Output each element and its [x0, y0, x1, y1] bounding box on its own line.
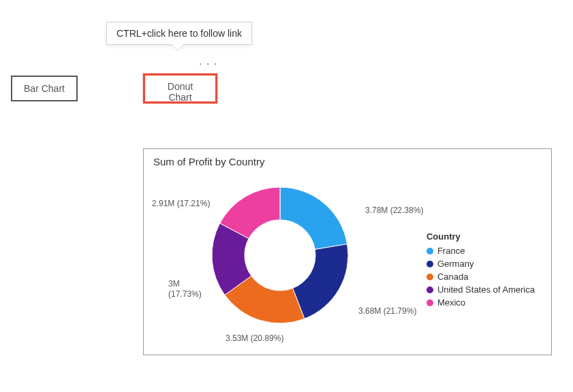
more-options-icon[interactable]: · · ·: [199, 58, 217, 70]
bar-chart-button-label: Bar Chart: [24, 83, 65, 94]
donut-chart-button-label: Donut Chart: [168, 81, 193, 103]
legend-item-canada[interactable]: Canada: [427, 272, 535, 282]
donut-slice[interactable]: [280, 187, 347, 249]
legend-label: Canada: [437, 272, 469, 282]
legend-label: France: [437, 246, 465, 256]
donut-chart: [208, 184, 352, 327]
legend-item-usa[interactable]: United States of America: [427, 284, 535, 295]
legend-label: Germany: [437, 259, 474, 269]
swatch-icon: [427, 261, 433, 267]
swatch-icon: [427, 274, 433, 280]
legend-item-mexico[interactable]: Mexico: [427, 297, 535, 308]
chart-title: Sum of Profit by Country: [144, 149, 551, 172]
data-label-mexico: 2.91M (17.21%): [152, 199, 210, 209]
swatch-icon: [427, 248, 433, 255]
legend-title: Country: [427, 231, 535, 242]
chart-body: 3.78M (22.38%) 3.68M (21.79%) 3.53M (20.…: [144, 172, 551, 353]
legend-label: Mexico: [437, 297, 465, 308]
link-tooltip: CTRL+click here to follow link: [106, 22, 252, 45]
tooltip-text: CTRL+click here to follow link: [117, 28, 242, 39]
chart-legend: Country France Germany Canada United Sta…: [427, 231, 535, 310]
bar-chart-button[interactable]: Bar Chart: [11, 76, 78, 101]
data-label-canada: 3.53M (20.89%): [226, 333, 283, 344]
donut-chart-button[interactable]: Donut Chart: [143, 74, 217, 103]
legend-item-germany[interactable]: Germany: [427, 259, 535, 269]
data-label-france: 3.78M (22.38%): [365, 206, 423, 216]
swatch-icon: [427, 299, 433, 306]
legend-label: United States of America: [437, 284, 535, 295]
donut-slice[interactable]: [293, 244, 348, 319]
swatch-icon: [427, 287, 433, 293]
data-label-usa: 3M (17.73%): [168, 279, 202, 299]
legend-item-france[interactable]: France: [427, 246, 535, 256]
data-label-germany: 3.68M (21.79%): [358, 306, 416, 316]
chart-container: Sum of Profit by Country 3.78M (22.38%) …: [143, 148, 552, 355]
